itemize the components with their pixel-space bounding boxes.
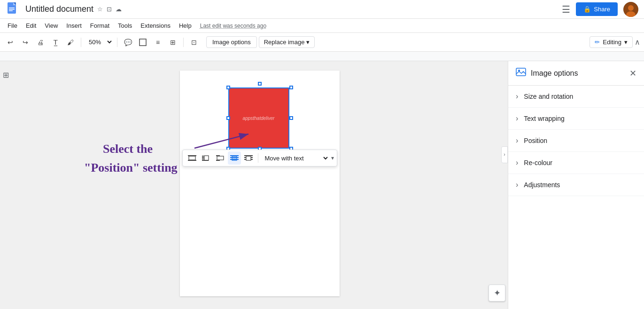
editing-mode-button[interactable]: ✏ Editing ▾ [590,36,633,48]
document-title[interactable]: Untitled document [25,4,93,14]
size-rotation-chevron: › [516,92,518,101]
svg-rect-8 [140,39,146,46]
folder-icon[interactable]: ⊡ [107,6,112,13]
spell-check-button[interactable]: T̲ [49,36,62,49]
handle-mid-right[interactable] [289,116,293,120]
paint-format-button[interactable]: 🖌 [64,36,77,49]
user-avatar[interactable] [623,2,638,17]
toolbar-separator-2 [117,38,117,47]
image-alignment-toolbar: Move with text Fix position on page ▾ [182,150,337,166]
image-options-panel: Image options ✕ › Size and rotation › Te… [508,61,644,309]
panel-title: Image options [531,69,625,78]
plus-icon: ✦ [494,288,501,298]
border-color-button[interactable] [136,36,149,49]
text-wrapping-chevron: › [516,114,518,123]
position-label: Position [524,137,547,144]
menu-tools[interactable]: Tools [114,20,136,31]
align-break-button[interactable] [214,151,227,165]
menu-file[interactable]: File [4,20,21,31]
svg-rect-3 [9,9,15,10]
undo-button[interactable]: ↩ [4,36,17,49]
svg-rect-15 [202,158,204,159]
svg-rect-18 [216,155,220,156]
replace-image-button[interactable]: Replace image ▾ [259,36,315,48]
toolbar-separator [81,38,81,47]
svg-rect-4 [9,10,13,11]
explore-button[interactable]: ✦ [489,285,505,301]
align-behind-button[interactable] [228,151,241,165]
editing-dropdown-arrow: ▾ [624,39,628,46]
svg-rect-19 [216,160,220,161]
panel-header: Image options ✕ [508,61,644,86]
menu-view[interactable]: View [41,20,62,31]
menu-format[interactable]: Format [86,20,113,31]
position-section[interactable]: › Position [508,130,644,152]
svg-rect-12 [204,156,209,160]
adjustments-section[interactable]: › Adjustments [508,174,644,196]
table-button[interactable]: ⊞ [166,36,179,49]
handle-top-left[interactable] [226,86,230,89]
align-front-button[interactable] [242,151,255,165]
panel-collapse-button[interactable]: › [501,146,508,163]
image-options-button[interactable]: Image options [206,36,257,48]
handle-top-right[interactable] [289,86,293,89]
svg-rect-14 [202,157,204,158]
svg-rect-13 [202,156,204,157]
margin-icon: ⊞ [3,71,9,79]
line-style-button[interactable]: ≡ [151,36,164,49]
docs-app-icon [6,2,21,17]
align-inline-button[interactable] [186,151,199,165]
recolour-label: Re-colour [524,159,552,166]
last-edit-status[interactable]: Last edit was seconds ago [200,23,266,29]
share-button[interactable]: 🔒 Share [576,2,618,16]
svg-rect-17 [217,156,224,160]
menu-help[interactable]: Help [175,20,195,31]
menu-insert[interactable]: Insert [62,20,85,31]
svg-rect-2 [9,8,15,8]
handle-top-center[interactable] [258,82,262,86]
size-rotation-label: Size and rotation [524,93,573,100]
cloud-icon[interactable]: ☁ [116,6,122,13]
adjustments-chevron: › [516,181,518,189]
position-mode-select[interactable]: Move with text Fix position on page [261,153,329,163]
panel-image-icon [516,67,526,79]
svg-rect-16 [202,160,209,161]
panel-close-button[interactable]: ✕ [629,68,636,79]
toolbar-separator-3 [183,38,184,47]
document-area: appsthatdeliver [11,61,508,309]
main-content: ⊞ appsthatdeliver [0,61,644,309]
chat-icon[interactable]: ☰ [562,4,570,15]
size-rotation-section[interactable]: › Size and rotation [508,86,644,108]
svg-rect-23 [232,156,237,160]
toolbar: ↩ ↪ 🖨 T̲ 🖌 50%75%100% 💬 ≡ ⊞ ⊡ Image opti… [0,33,644,52]
align-wrap-button[interactable] [200,151,213,165]
svg-text:"Position" setting: "Position" setting [84,161,178,174]
crop-button[interactable]: ⊡ [187,36,201,49]
toolbar-right: ✏ Editing ▾ ∧ [590,36,640,48]
adjustments-label: Adjustments [524,181,560,189]
lock-icon: 🔒 [583,6,591,13]
top-bar: Untitled document ☆ ⊡ ☁ ☰ 🔒 Share [0,0,644,19]
star-icon[interactable]: ☆ [97,6,103,13]
svg-rect-27 [246,156,251,160]
left-margin: ⊞ [0,61,11,309]
text-wrapping-section[interactable]: › Text wrapping [508,108,644,130]
collapse-toolbar-button[interactable]: ∧ [635,38,640,47]
comment-button[interactable]: 💬 [121,36,134,49]
svg-rect-10 [188,155,196,156]
recolour-section[interactable]: › Re-colour [508,152,644,174]
handle-mid-left[interactable] [226,116,230,120]
print-button[interactable]: 🖨 [34,36,47,49]
zoom-select[interactable]: 50%75%100% [85,37,113,47]
position-chevron: › [516,136,518,145]
menu-bar: File Edit View Insert Format Tools Exten… [0,19,644,33]
menu-extensions[interactable]: Extensions [137,20,174,31]
svg-point-6 [628,5,634,11]
selected-image-container[interactable]: appsthatdeliver [228,87,291,149]
redo-button[interactable]: ↪ [19,36,32,49]
menu-edit[interactable]: Edit [22,20,40,31]
document-image: appsthatdeliver [228,87,289,149]
dropdown-arrow-icon: ▾ [306,39,310,46]
img-toolbar-separator [258,153,258,163]
svg-rect-11 [188,160,196,161]
